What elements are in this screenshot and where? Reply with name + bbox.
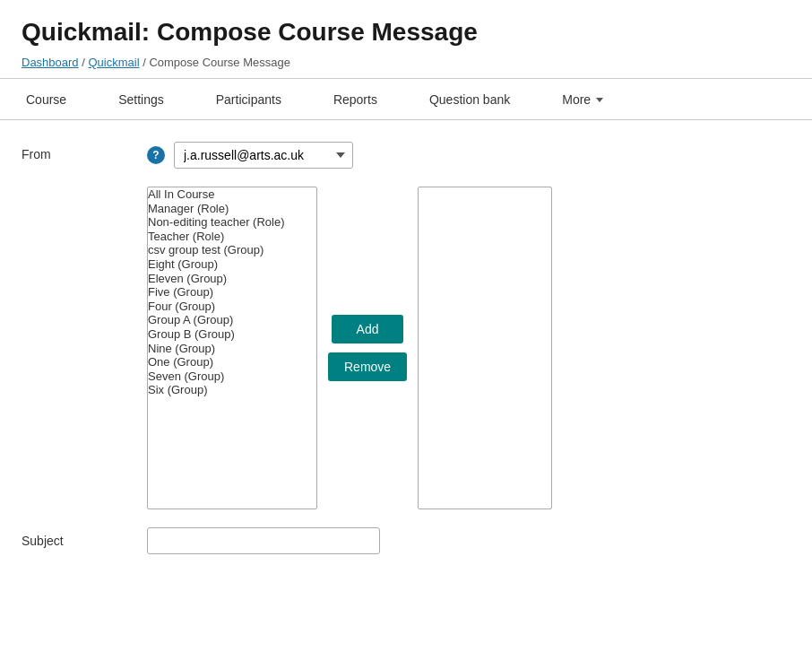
subject-row: Subject	[22, 527, 790, 554]
list-item[interactable]: One (Group)	[148, 355, 316, 369]
from-controls: ? j.a.russell@arts.ac.uk	[147, 142, 353, 169]
recipient-source-list[interactable]: All In Course Manager (Role) Non-editing…	[147, 187, 317, 509]
recipients-inner: All In Course Manager (Role) Non-editing…	[147, 187, 552, 509]
list-item[interactable]: Five (Group)	[148, 285, 316, 300]
list-item[interactable]: Eleven (Group)	[148, 272, 316, 286]
list-item[interactable]: Non-editing teacher (Role)	[148, 215, 316, 230]
list-item[interactable]: Four (Group)	[148, 300, 316, 314]
breadcrumb: Dashboard / Quickmail / Compose Course M…	[22, 56, 790, 69]
list-item[interactable]: Manager (Role)	[148, 202, 316, 216]
recipients-label	[22, 187, 147, 192]
add-remove-buttons: Add Remove	[328, 315, 407, 381]
tabs-navigation: Course Settings Participants Reports Que…	[0, 79, 812, 120]
tab-course[interactable]: Course	[0, 79, 92, 119]
list-item[interactable]: Six (Group)	[148, 383, 316, 397]
subject-input[interactable]	[147, 527, 380, 554]
tab-participants[interactable]: Participants	[190, 79, 307, 119]
recipient-selected-list[interactable]	[418, 187, 552, 509]
list-item[interactable]: All In Course	[148, 187, 316, 202]
recipients-section: All In Course Manager (Role) Non-editing…	[22, 187, 790, 509]
from-row: From ? j.a.russell@arts.ac.uk	[22, 142, 790, 169]
list-item[interactable]: Seven (Group)	[148, 369, 316, 384]
breadcrumb-current: Compose Course Message	[149, 56, 290, 69]
breadcrumb-quickmail[interactable]: Quickmail	[88, 56, 139, 69]
from-help-icon[interactable]: ?	[147, 146, 165, 164]
list-item[interactable]: Group A (Group)	[148, 313, 316, 327]
tab-more[interactable]: More	[536, 79, 629, 119]
add-button[interactable]: Add	[332, 315, 403, 343]
tab-question-bank[interactable]: Question bank	[403, 79, 536, 119]
from-label: From	[22, 142, 147, 161]
page-title: Quickmail: Compose Course Message	[22, 18, 790, 47]
tab-settings[interactable]: Settings	[92, 79, 190, 119]
list-item[interactable]: Teacher (Role)	[148, 230, 316, 244]
list-item[interactable]: Eight (Group)	[148, 257, 316, 272]
subject-label: Subject	[22, 534, 147, 548]
list-item[interactable]: Nine (Group)	[148, 342, 316, 356]
chevron-down-icon	[596, 98, 603, 102]
remove-button[interactable]: Remove	[328, 352, 407, 381]
tab-reports[interactable]: Reports	[307, 79, 403, 119]
from-select[interactable]: j.a.russell@arts.ac.uk	[174, 142, 353, 169]
list-item[interactable]: csv group test (Group)	[148, 243, 316, 257]
form-content: From ? j.a.russell@arts.ac.uk All In Cou…	[0, 120, 812, 594]
breadcrumb-dashboard[interactable]: Dashboard	[22, 56, 79, 69]
list-item[interactable]: Group B (Group)	[148, 327, 316, 342]
